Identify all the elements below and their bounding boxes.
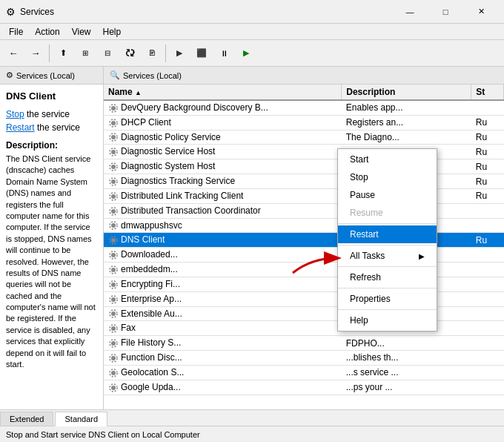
service-status-cell: Ru	[471, 130, 504, 145]
tab-standard[interactable]: Standard	[55, 412, 107, 426]
service-name-text: Google Upda...	[121, 382, 181, 392]
toolbar-refresh[interactable]: 🗘	[119, 43, 140, 64]
svg-point-2	[111, 121, 116, 125]
svg-point-0	[111, 106, 116, 110]
toolbar-play[interactable]: ▶	[169, 43, 190, 64]
col-name[interactable]: Name ▲	[104, 85, 342, 100]
context-menu: Start Stop Pause Resume Restart All Task…	[337, 148, 437, 332]
toolbar-forward[interactable]: →	[25, 43, 46, 64]
right-panel: 🔍 Services (Local) Name ▲ Description St…	[104, 67, 504, 409]
service-name-text: DHCP Client	[121, 117, 171, 128]
table-row[interactable]: DNS ClientDNS Cli...Ru	[104, 233, 504, 248]
service-desc-cell: Enables app...	[342, 100, 471, 115]
table-row[interactable]: Enterprise Ap......bles ent...	[104, 291, 504, 306]
tab-extended[interactable]: Extended	[0, 412, 53, 426]
table-row[interactable]: embeddedm......bedded ...	[104, 263, 504, 277]
toolbar-restart[interactable]: ▶	[236, 43, 256, 64]
col-status[interactable]: St	[471, 85, 504, 100]
toolbar-map[interactable]: ⊟	[97, 43, 118, 64]
service-row-icon	[108, 118, 119, 128]
table-row[interactable]: Downloaded......ows se...	[104, 248, 504, 263]
table-row[interactable]: Google Upda......ps your ...	[104, 380, 504, 395]
ctx-stop[interactable]: Stop	[338, 168, 437, 186]
table-row[interactable]: Fax...tects use...	[104, 321, 504, 336]
description-title: Description:	[6, 140, 97, 151]
service-row-icon	[108, 177, 119, 187]
svg-point-20	[111, 253, 116, 257]
ctx-properties[interactable]: Properties	[338, 290, 437, 308]
service-name-cell: Distributed Link Tracking Client	[104, 188, 342, 203]
ctx-all-tasks[interactable]: All Tasks ▶	[338, 247, 437, 265]
ctx-help[interactable]: Help	[338, 311, 437, 329]
service-name-text: DNS Client	[121, 234, 165, 245]
service-name-text: Extensible Au...	[121, 309, 182, 319]
menu-file[interactable]: File	[3, 25, 29, 39]
service-row-icon	[108, 220, 119, 231]
service-name: DNS Client	[6, 90, 97, 102]
service-status-cell: Ru	[471, 145, 504, 159]
minimize-button[interactable]: —	[393, 0, 427, 24]
table-row[interactable]: Diagnostic Policy ServiceThe Diagno...Ru	[104, 130, 504, 145]
table-row[interactable]: Geolocation S......s service ...	[104, 365, 504, 380]
service-status-cell	[471, 203, 504, 218]
service-row-icon	[108, 294, 119, 305]
stop-link[interactable]: Stop	[6, 109, 24, 119]
toolbar-show-hide[interactable]: ⊞	[75, 43, 96, 64]
menu-view[interactable]: View	[66, 25, 97, 39]
toolbar-stop[interactable]: ⬛	[191, 43, 212, 64]
ctx-refresh[interactable]: Refresh	[338, 268, 437, 286]
service-status-cell: Ru	[471, 188, 504, 203]
table-row[interactable]: DevQuery Background Discovery B...Enable…	[104, 100, 504, 115]
service-name-cell: Geolocation S...	[104, 365, 342, 380]
svg-point-4	[111, 135, 116, 139]
toolbar-sep-2	[165, 44, 166, 62]
menu-action[interactable]: Action	[29, 25, 65, 39]
service-row-icon	[108, 191, 119, 202]
service-status-cell: Ru	[471, 115, 504, 130]
toolbar-pause[interactable]: ⏸	[213, 43, 234, 64]
toolbar-export[interactable]: 🖹	[142, 43, 162, 64]
ctx-pause[interactable]: Pause	[338, 186, 437, 204]
service-status-cell	[471, 336, 504, 351]
table-row[interactable]: Function Disc......blishes th...	[104, 351, 504, 366]
services-table[interactable]: Name ▲ Description St DevQuery Backgroun…	[104, 85, 504, 409]
col-desc[interactable]: Description	[342, 85, 471, 100]
svg-point-38	[111, 386, 116, 390]
service-row-icon	[108, 338, 119, 349]
table-row[interactable]: Encrypting Fi......vides th...	[104, 277, 504, 291]
table-row[interactable]: Distributed Transaction CoordinatorCoord…	[104, 203, 504, 218]
service-name-text: Function Disc...	[121, 352, 182, 363]
service-name-cell: Function Disc...	[104, 351, 342, 366]
table-row[interactable]: Distributed Link Tracking ClientMaintain…	[104, 188, 504, 203]
toolbar: ← → ⬆ ⊞ ⊟ 🗘 🖹 ▶ ⬛ ⏸ ▶	[0, 40, 504, 67]
table-row[interactable]: dmwappushsvcWAP Push ...	[104, 218, 504, 233]
service-status-cell	[471, 277, 504, 291]
maximize-button[interactable]: □	[428, 0, 462, 24]
service-status-cell	[471, 248, 504, 263]
table-row[interactable]: Diagnostic System HostThe Diagno...Ru	[104, 159, 504, 174]
table-row[interactable]: File History S...FDPHO...	[104, 336, 504, 351]
right-panel-header: 🔍 Services (Local)	[104, 67, 504, 85]
table-row[interactable]: Diagnostic Service HostThe Diagno...Ru	[104, 145, 504, 159]
menu-help[interactable]: Help	[97, 25, 127, 39]
ctx-restart[interactable]: Restart	[338, 225, 437, 243]
close-button[interactable]: ✕	[464, 0, 498, 24]
service-row-icon	[108, 368, 119, 378]
right-panel-title: Services (Local)	[123, 71, 182, 80]
toolbar-back[interactable]: ←	[3, 43, 24, 64]
service-status-cell	[471, 351, 504, 366]
service-row-icon	[108, 353, 119, 363]
ctx-sep-5	[338, 309, 437, 310]
service-name-cell: Extensible Au...	[104, 306, 342, 321]
table-row[interactable]: Diagnostics Tracking ServiceThe Diagno..…	[104, 174, 504, 189]
service-row-icon	[108, 103, 119, 113]
service-row-icon	[108, 206, 119, 217]
service-name-text: Diagnostic System Host	[121, 161, 215, 171]
ctx-start[interactable]: Start	[338, 151, 437, 168]
table-row[interactable]: Extensible Au......bles you...	[104, 306, 504, 321]
toolbar-up[interactable]: ⬆	[53, 43, 73, 64]
service-row-icon	[108, 280, 119, 290]
restart-link[interactable]: Restart	[6, 122, 35, 133]
table-row[interactable]: DHCP ClientRegisters an...Ru	[104, 115, 504, 130]
bottom-tabs: Extended Standard	[0, 409, 504, 426]
